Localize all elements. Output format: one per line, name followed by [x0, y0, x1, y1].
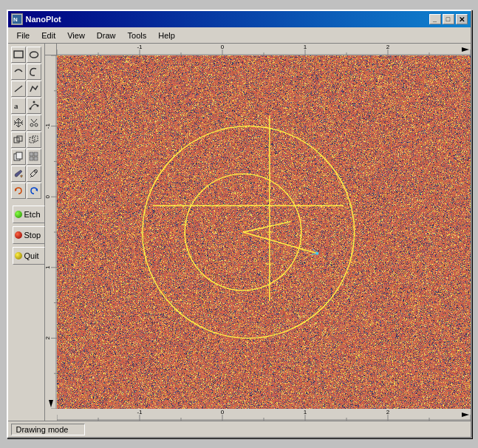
- ungroup-tool[interactable]: [27, 132, 41, 148]
- svg-point-9: [30, 123, 33, 126]
- ruler-top: [57, 44, 471, 55]
- quit-button[interactable]: Quit: [13, 247, 45, 265]
- scissors-tool[interactable]: [27, 115, 41, 131]
- tool-row-9: [11, 183, 41, 199]
- copy-paste-tool[interactable]: [11, 149, 26, 165]
- svg-point-3: [30, 52, 38, 58]
- etch-button[interactable]: Etch: [13, 206, 45, 223]
- svg-line-12: [34, 119, 37, 123]
- stop-label: Stop: [24, 231, 41, 240]
- svg-rect-19: [30, 152, 33, 156]
- menu-edit[interactable]: Edit: [35, 30, 61, 41]
- close-button[interactable]: ✕: [456, 14, 468, 24]
- svg-text:N: N: [13, 16, 18, 23]
- quit-label: Quit: [24, 251, 39, 260]
- stop-led: [15, 231, 22, 239]
- canvas-with-ruler: [45, 44, 471, 421]
- tool-row-2: [11, 64, 41, 80]
- eyedropper-tool[interactable]: [27, 166, 41, 182]
- svg-line-4: [15, 86, 22, 92]
- tool-row-3: [11, 81, 41, 97]
- svg-rect-22: [34, 157, 38, 160]
- rectangle-tool[interactable]: [11, 47, 26, 63]
- etch-label: Etch: [24, 210, 41, 219]
- top-ruler-row: [45, 44, 471, 55]
- window-title: NanoPlot: [26, 15, 429, 24]
- svg-line-24: [30, 176, 32, 177]
- tool-row-6: [11, 132, 41, 148]
- canvas-area: [45, 44, 471, 421]
- svg-point-10: [35, 123, 38, 126]
- action-buttons: Etch Stop Quit: [11, 206, 41, 265]
- main-drawing-canvas[interactable]: [57, 55, 471, 409]
- canvas-row: [45, 55, 471, 409]
- minimize-button[interactable]: _: [429, 14, 441, 24]
- main-window: N NanoPlot _ □ ✕ File Edit View Draw Too…: [7, 10, 472, 438]
- undo-tool[interactable]: [11, 183, 26, 199]
- stop-button[interactable]: Stop: [13, 226, 45, 244]
- tool-row-1: [11, 47, 41, 63]
- paint-tool[interactable]: [11, 166, 26, 182]
- ruler-bottom: [57, 409, 471, 421]
- status-mode-text: Drawing mode: [16, 425, 69, 434]
- closed-curve-tool[interactable]: [27, 64, 41, 80]
- text-tool[interactable]: a: [11, 98, 26, 114]
- svg-point-7: [33, 101, 35, 103]
- menu-bar: File Edit View Draw Tools Help: [8, 27, 471, 44]
- svg-line-11: [31, 119, 34, 123]
- polyline-tool[interactable]: [27, 81, 41, 97]
- menu-file[interactable]: File: [11, 30, 36, 41]
- svg-rect-2: [14, 51, 23, 58]
- etch-led: [15, 211, 22, 218]
- quit-led: [15, 252, 22, 259]
- window-icon: N: [11, 13, 23, 25]
- ruler-corner: [45, 44, 57, 55]
- menu-tools[interactable]: Tools: [122, 30, 153, 41]
- menu-view[interactable]: View: [61, 30, 91, 41]
- title-bar: N NanoPlot _ □ ✕: [8, 11, 471, 27]
- menu-help[interactable]: Help: [152, 30, 181, 41]
- move-tool[interactable]: [11, 115, 26, 131]
- redo-tool[interactable]: [27, 183, 41, 199]
- svg-rect-18: [16, 152, 22, 159]
- svg-point-8: [36, 105, 38, 107]
- tool-row-7: [11, 149, 41, 165]
- title-bar-buttons: _ □ ✕: [429, 14, 468, 24]
- ruler-left: [45, 55, 57, 409]
- ellipse-tool[interactable]: [27, 47, 41, 63]
- main-content: a: [8, 44, 471, 421]
- group-tool[interactable]: [11, 132, 26, 148]
- open-curve-tool[interactable]: [11, 64, 26, 80]
- node-edit-tool[interactable]: [27, 98, 41, 114]
- grid-tool[interactable]: [27, 149, 41, 165]
- menu-draw[interactable]: Draw: [91, 30, 122, 41]
- svg-rect-21: [30, 157, 33, 160]
- line-tool[interactable]: [11, 81, 26, 97]
- tool-row-5: [11, 115, 41, 131]
- svg-text:a: a: [14, 101, 18, 110]
- svg-rect-20: [34, 152, 38, 156]
- status-mode: Drawing mode: [11, 424, 85, 435]
- toolbar: a: [8, 44, 45, 421]
- status-bar: Drawing mode: [8, 421, 471, 437]
- tool-row-4: a: [11, 98, 41, 114]
- maximize-button[interactable]: □: [443, 14, 454, 24]
- tool-row-8: [11, 166, 41, 182]
- svg-point-6: [29, 108, 31, 110]
